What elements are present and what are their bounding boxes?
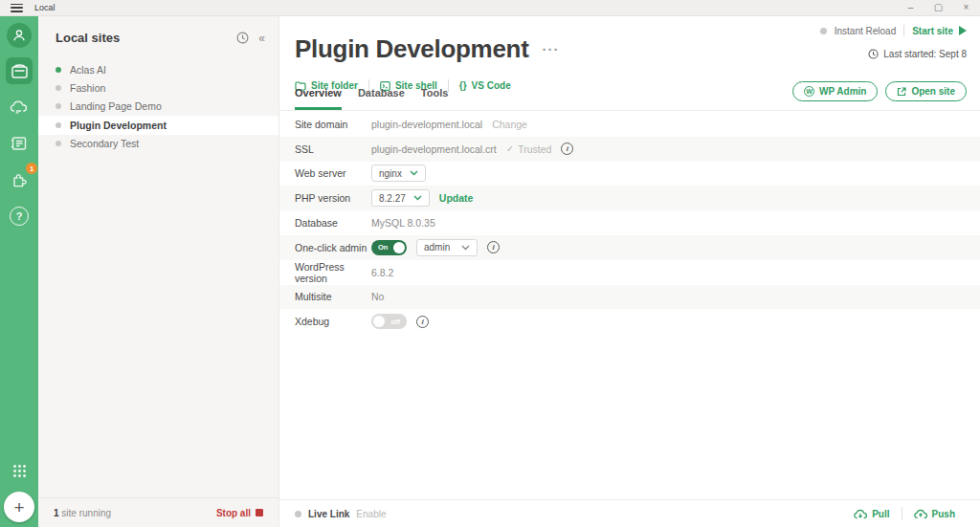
site-status-running-dot	[56, 67, 61, 73]
xdebug-toggle[interactable]: off	[371, 314, 407, 329]
add-site-button[interactable]: +	[4, 492, 34, 522]
sidebar-item-cloud-backups[interactable]	[6, 94, 33, 121]
more-options-icon[interactable]: ···	[543, 41, 560, 57]
account-avatar[interactable]	[7, 23, 32, 48]
site-status-stopped-dot	[56, 141, 61, 146]
toggle-on-label: On	[378, 243, 388, 252]
site-list-item[interactable]: Secondary Test	[38, 135, 278, 153]
one-click-admin-info-icon[interactable]: i	[487, 241, 500, 253]
page-title: Plugin Development	[295, 34, 529, 64]
xdebug-info-icon[interactable]: i	[416, 316, 429, 328]
maximize-icon[interactable]: ▢	[924, 0, 952, 15]
site-domain-value: plugin-development.local	[371, 119, 482, 130]
site-name: Secondary Test	[70, 138, 139, 149]
row-xdebug: Xdebug off i	[279, 309, 980, 334]
puzzle-icon	[11, 171, 29, 188]
main-footer-bar: Live Link Enable Pull Push	[279, 499, 980, 527]
php-version-select[interactable]: 8.2.27	[371, 189, 430, 207]
wp-admin-label: WP Admin	[819, 86, 866, 97]
site-list-item[interactable]: Aclas AI	[38, 60, 278, 78]
person-icon	[11, 28, 27, 43]
admin-user-select[interactable]: admin	[416, 239, 478, 256]
admin-user-value: admin	[424, 242, 450, 253]
sidebar-item-blueprints[interactable]	[6, 130, 33, 157]
row-one-click-admin: One-click admin On admin i	[279, 235, 980, 260]
start-site-label: Start site	[912, 26, 953, 36]
stop-all-button[interactable]: Stop all	[216, 508, 263, 518]
row-wordpress-version: WordPress version 6.8.2	[279, 260, 980, 285]
last-started-label: Last started: Sept 8	[883, 49, 967, 59]
plus-icon: +	[13, 498, 24, 516]
site-list-item[interactable]: Landing Page Demo	[38, 98, 278, 116]
tab-database[interactable]: Database	[358, 87, 405, 110]
database-value: MySQL 8.0.35	[371, 217, 435, 229]
help-icon: ?	[10, 207, 29, 226]
tab-overview[interactable]: Overview	[295, 87, 342, 110]
toggle-knob	[393, 242, 405, 253]
site-list-item-selected[interactable]: Plugin Development	[38, 116, 278, 134]
change-domain-link[interactable]: Change	[492, 119, 527, 130]
window-controls: – ▢ ×	[897, 0, 980, 15]
chevron-down-icon	[461, 245, 470, 251]
wp-admin-button[interactable]: W WP Admin	[792, 81, 878, 101]
start-site-button[interactable]: Start site	[912, 26, 967, 36]
one-click-admin-toggle[interactable]: On	[371, 240, 407, 255]
open-site-label: Open site	[911, 86, 955, 97]
sidebar-item-addons[interactable]: 1	[6, 166, 33, 193]
wordpress-version-value: 6.8.2	[371, 267, 393, 278]
pull-button[interactable]: Pull	[842, 509, 901, 519]
sites-panel-footer: 1 site running Stop all	[38, 497, 278, 527]
apps-grid-icon[interactable]	[12, 464, 27, 478]
site-status-stopped-dot	[56, 85, 61, 91]
web-server-select[interactable]: nginx	[371, 165, 426, 182]
stop-icon	[256, 509, 263, 516]
cloud-icon	[10, 99, 29, 115]
sidebar-item-local-sites[interactable]	[6, 57, 33, 84]
stop-all-label: Stop all	[216, 508, 251, 518]
overview-table: Site domain plugin-development.local Cha…	[279, 112, 980, 334]
ssl-info-icon[interactable]: i	[561, 143, 573, 155]
site-name: Landing Page Demo	[70, 100, 162, 112]
nav-rail: 1 ? +	[0, 16, 38, 527]
header-utilities: Instant Reload Start site	[820, 25, 967, 36]
tab-tools[interactable]: Tools	[421, 87, 449, 110]
blueprint-icon	[11, 136, 28, 151]
sidebar-item-help[interactable]: ?	[6, 203, 33, 230]
chevron-down-icon	[410, 170, 418, 176]
tabs-bar: Overview Database Tools W WP Admin Open …	[279, 85, 980, 111]
web-server-value: nginx	[379, 168, 402, 179]
local-app-window: Local – ▢ ×	[0, 0, 980, 527]
instant-reload-status-dot	[820, 28, 827, 34]
history-icon[interactable]	[236, 32, 249, 44]
row-ssl: SSL plugin-development.local.crt ✓ Trust…	[279, 137, 980, 162]
cloud-download-icon	[854, 509, 867, 519]
trusted-label: Trusted	[518, 143, 551, 155]
open-site-button[interactable]: Open site	[885, 81, 967, 101]
row-label: One-click admin	[295, 242, 371, 253]
sites-panel: Local sites « Aclas AI Fashion Landing P…	[38, 16, 279, 527]
row-label: WordPress version	[295, 261, 371, 284]
cloud-upload-icon	[914, 509, 927, 519]
push-label: Push	[932, 509, 955, 519]
site-list: Aclas AI Fashion Landing Page Demo Plugi…	[38, 60, 278, 153]
row-label: Database	[295, 217, 371, 229]
last-started-row: Last started: Sept 8	[868, 49, 967, 59]
row-label: Multisite	[295, 291, 371, 302]
minimize-icon[interactable]: –	[897, 0, 924, 15]
live-link-enable-button[interactable]: Enable	[356, 509, 386, 519]
menu-icon[interactable]	[11, 4, 23, 12]
collapse-panel-icon[interactable]: «	[258, 32, 265, 45]
site-name: Aclas AI	[70, 64, 106, 76]
instant-reload-label[interactable]: Instant Reload	[835, 26, 897, 36]
php-update-link[interactable]: Update	[439, 192, 474, 204]
site-name: Plugin Development	[70, 120, 167, 131]
app-title: Local	[34, 3, 56, 12]
row-multisite: Multisite No	[279, 285, 980, 310]
ssl-trusted-status: ✓ Trusted	[506, 143, 552, 155]
push-button[interactable]: Push	[902, 509, 967, 519]
close-icon[interactable]: ×	[952, 0, 980, 15]
wordpress-icon: W	[804, 86, 814, 97]
divider	[903, 25, 904, 36]
site-list-item[interactable]: Fashion	[38, 78, 278, 97]
clock-icon	[868, 49, 879, 59]
